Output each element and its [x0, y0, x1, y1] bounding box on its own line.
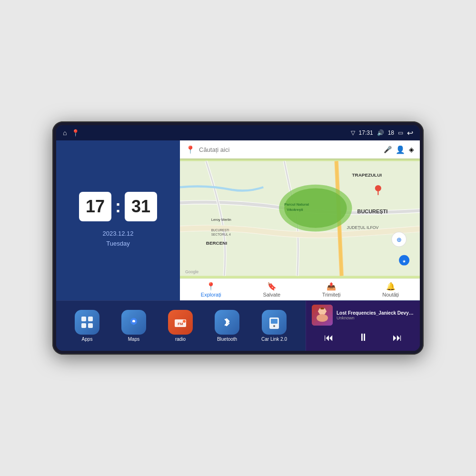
carlink-icon — [262, 310, 287, 335]
maps-icon — [121, 310, 146, 335]
noutati-label: Noutăți — [382, 292, 399, 298]
svg-text:⊕: ⊕ — [397, 236, 402, 243]
map-tab-trimiteti[interactable]: 📤 Trimiteți — [322, 282, 341, 298]
svg-rect-35 — [320, 307, 324, 309]
radio-icon: FM — [168, 310, 193, 335]
device-frame: ⌂ 📍 ▽ 17:31 🔊 18 ▭ ↩ 17 : — [52, 121, 424, 355]
status-right: ▽ 17:31 🔊 18 ▭ ↩ — [351, 129, 413, 138]
volume-icon: 🔊 — [377, 129, 384, 136]
top-section: 17 : 31 2023.12.12 Tuesday 📍 — [56, 140, 420, 300]
svg-rect-30 — [271, 319, 278, 324]
maps-label: Maps — [128, 337, 139, 342]
svg-text:BUCUREȘTI: BUCUREȘTI — [357, 208, 388, 214]
app-icon-bluetooth[interactable]: Bluetooth — [215, 310, 239, 342]
svg-rect-21 — [81, 323, 86, 328]
music-text: Lost Frequencies_Janieck Devy-... Unknow… — [337, 310, 414, 320]
status-bar: ⌂ 📍 ▽ 17:31 🔊 18 ▭ ↩ — [56, 125, 420, 140]
svg-text:Văcărești: Văcărești — [287, 208, 303, 212]
battery-level: 18 — [388, 129, 394, 136]
app-icon-maps[interactable]: Maps — [121, 310, 146, 342]
svg-text:JUDEȚUL ILFOV: JUDEȚUL ILFOV — [347, 225, 379, 230]
music-controls: ⏮ ⏸ ⏭ — [312, 329, 414, 346]
map-tab-salvate[interactable]: 🔖 Salvate — [263, 282, 280, 298]
bluetooth-label: Bluetooth — [217, 337, 237, 342]
app-icon-apps[interactable]: Apps — [75, 310, 99, 342]
trimiteti-label: Trimiteți — [322, 292, 341, 298]
svg-text:BERCENI: BERCENI — [206, 240, 228, 246]
next-button[interactable]: ⏭ — [391, 330, 404, 345]
prev-button[interactable]: ⏮ — [322, 330, 336, 345]
account-icon[interactable]: 👤 — [396, 145, 405, 154]
home-icon[interactable]: ⌂ — [63, 129, 67, 137]
music-title: Lost Frequencies_Janieck Devy-... — [337, 310, 414, 316]
radio-label: radio — [175, 337, 186, 342]
svg-point-34 — [317, 314, 328, 322]
trimiteti-icon: 📤 — [327, 282, 336, 291]
bottom-section: Apps Maps — [56, 300, 420, 351]
map-svg: TRAPEZULUI BUCUREȘTI JUDEȚUL ILFOV BERCE… — [180, 159, 420, 278]
apps-icon — [75, 310, 99, 335]
map-search-bar: 📍 🎤 👤 ◈ — [180, 140, 420, 159]
svg-text:Google: Google — [185, 269, 198, 274]
battery-icon: ▭ — [398, 129, 403, 136]
music-info: Lost Frequencies_Janieck Devy-... Unknow… — [312, 305, 414, 326]
back-icon[interactable]: ↩ — [407, 129, 413, 138]
music-artist: Unknown — [337, 316, 414, 320]
clock-date: 2023.12.12 Tuesday — [102, 229, 133, 249]
map-body[interactable]: TRAPEZULUI BUCUREȘTI JUDEȚUL ILFOV BERCE… — [180, 159, 420, 278]
salvate-icon: 🔖 — [267, 282, 277, 291]
apps-label: Apps — [82, 337, 93, 342]
signal-icon: ▽ — [351, 129, 355, 136]
album-art — [312, 305, 333, 326]
device-screen: ⌂ 📍 ▽ 17:31 🔊 18 ▭ ↩ 17 : — [56, 125, 420, 351]
clock-panel: 17 : 31 2023.12.12 Tuesday — [56, 140, 180, 300]
app-icon-radio[interactable]: FM radio — [168, 310, 193, 342]
svg-text:★: ★ — [402, 259, 406, 264]
svg-point-28 — [183, 320, 186, 323]
svg-rect-20 — [88, 317, 93, 321]
explorati-icon: 📍 — [206, 282, 216, 291]
carlink-label: Car Link 2.0 — [261, 337, 287, 342]
svg-rect-19 — [81, 317, 86, 321]
play-pause-button[interactable]: ⏸ — [356, 329, 370, 346]
clock-display: 17 : 31 — [79, 192, 157, 221]
apps-section: Apps Maps — [56, 301, 306, 351]
time-display: 17:31 — [359, 129, 373, 136]
clock-minutes: 31 — [125, 192, 157, 221]
salvate-label: Salvate — [263, 292, 280, 298]
svg-point-36 — [318, 310, 321, 312]
layers-icon[interactable]: ◈ — [409, 146, 414, 153]
svg-text:TRAPEZULUI: TRAPEZULUI — [352, 172, 382, 178]
svg-point-37 — [324, 310, 327, 312]
svg-point-31 — [273, 325, 275, 327]
explorati-label: Explorați — [201, 292, 221, 298]
bluetooth-icon — [215, 310, 239, 335]
app-icon-carlink[interactable]: Car Link 2.0 — [261, 310, 287, 342]
noutati-icon: 🔔 — [386, 282, 396, 291]
svg-text:SECTORUL 4: SECTORUL 4 — [211, 233, 231, 236]
music-player: Lost Frequencies_Janieck Devy-... Unknow… — [306, 301, 420, 351]
svg-text:FM: FM — [178, 322, 183, 326]
status-left: ⌂ 📍 — [63, 129, 79, 137]
map-search-icons: 🎤 👤 ◈ — [384, 145, 414, 154]
clock-colon: : — [115, 197, 121, 217]
maps-status-icon[interactable]: 📍 — [71, 129, 79, 137]
svg-text:Leroy Merlin: Leroy Merlin — [211, 218, 231, 222]
main-area: 17 : 31 2023.12.12 Tuesday 📍 — [56, 140, 420, 351]
svg-text:Parcul Natural: Parcul Natural — [284, 202, 309, 207]
microphone-icon[interactable]: 🎤 — [384, 146, 392, 153]
maps-pin-icon: 📍 — [186, 145, 195, 154]
svg-rect-22 — [88, 323, 93, 328]
map-tab-noutati[interactable]: 🔔 Noutăți — [382, 282, 399, 298]
map-panel: 📍 🎤 👤 ◈ — [180, 140, 420, 300]
svg-text:BUCUREȘTI: BUCUREȘTI — [211, 228, 229, 232]
map-tab-explorati[interactable]: 📍 Explorați — [201, 282, 221, 298]
clock-hours: 17 — [79, 192, 111, 221]
map-bottom-bar: 📍 Explorați 🔖 Salvate 📤 Trimiteți � — [180, 278, 420, 300]
map-search-input[interactable] — [199, 146, 380, 153]
